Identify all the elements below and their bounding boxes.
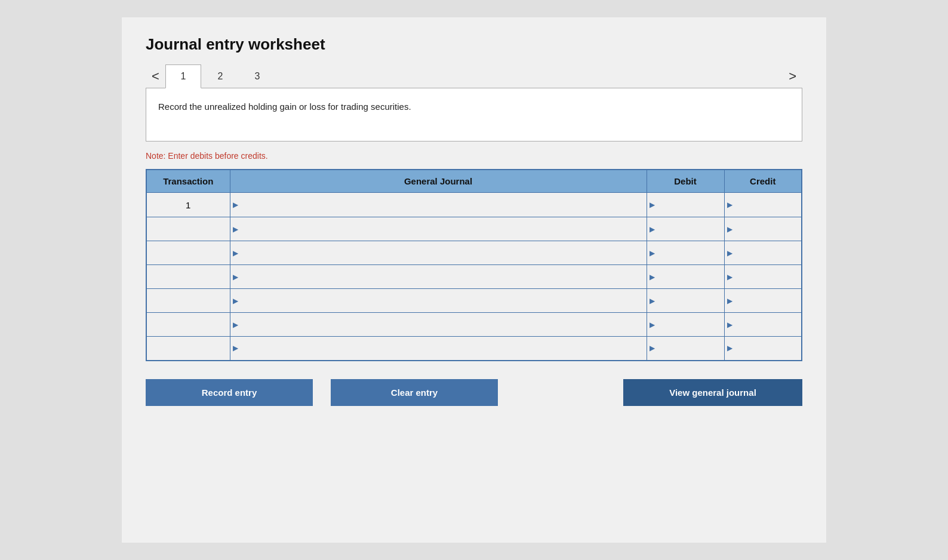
credit-cell[interactable]: ▶	[724, 289, 802, 313]
table-row: 1▶▶▶	[146, 193, 802, 217]
credit-cell[interactable]: ▶	[724, 193, 802, 217]
general-journal-cell[interactable]: ▶	[230, 265, 647, 289]
debit-cell[interactable]: ▶	[647, 193, 724, 217]
debit-input[interactable]	[647, 337, 724, 360]
credit-input[interactable]	[725, 337, 802, 360]
credit-input[interactable]	[725, 289, 802, 312]
debit-input[interactable]	[647, 289, 724, 312]
debit-cell[interactable]: ▶	[647, 313, 724, 337]
buttons-row: Record entry Clear entry View general jo…	[146, 379, 802, 406]
header-transaction: Transaction	[146, 170, 230, 193]
transaction-cell	[146, 265, 230, 289]
transaction-cell: 1	[146, 193, 230, 217]
transaction-cell	[146, 313, 230, 337]
credit-input[interactable]	[725, 241, 802, 264]
debit-input[interactable]	[647, 193, 724, 217]
credit-input[interactable]	[725, 313, 802, 336]
debit-cell[interactable]: ▶	[647, 337, 724, 361]
clear-entry-button[interactable]: Clear entry	[331, 379, 498, 406]
description-text: Record the unrealized holding gain or lo…	[158, 101, 411, 112]
general-journal-cell[interactable]: ▶	[230, 193, 647, 217]
transaction-number: 1	[147, 193, 230, 217]
debit-input[interactable]	[647, 265, 724, 288]
general-journal-cell[interactable]: ▶	[230, 289, 647, 313]
general-journal-input[interactable]	[230, 265, 647, 288]
credit-cell[interactable]: ▶	[724, 217, 802, 241]
prev-arrow[interactable]: <	[146, 64, 165, 88]
general-journal-input[interactable]	[230, 241, 647, 264]
general-journal-input[interactable]	[230, 217, 647, 241]
description-box: Record the unrealized holding gain or lo…	[146, 88, 802, 141]
general-journal-input[interactable]	[230, 193, 647, 217]
credit-cell[interactable]: ▶	[724, 337, 802, 361]
debit-cell[interactable]: ▶	[647, 241, 724, 265]
header-general-journal: General Journal	[230, 170, 647, 193]
debit-cell[interactable]: ▶	[647, 265, 724, 289]
debit-input[interactable]	[647, 313, 724, 336]
table-header-row: Transaction General Journal Debit Credit	[146, 170, 802, 193]
tabs-navigation: < 1 2 3 >	[146, 64, 802, 88]
debit-cell[interactable]: ▶	[647, 289, 724, 313]
general-journal-input[interactable]	[230, 313, 647, 336]
general-journal-cell[interactable]: ▶	[230, 217, 647, 241]
journal-table: Transaction General Journal Debit Credit…	[146, 169, 802, 361]
worksheet-container: Journal entry worksheet < 1 2 3 > Record…	[122, 17, 826, 543]
view-general-journal-button[interactable]: View general journal	[623, 379, 802, 406]
transaction-cell	[146, 217, 230, 241]
tab-3[interactable]: 3	[239, 64, 275, 88]
tab-2[interactable]: 2	[202, 64, 238, 88]
transaction-cell	[146, 289, 230, 313]
table-row: ▶▶▶	[146, 265, 802, 289]
tab-1[interactable]: 1	[165, 64, 201, 88]
credit-cell[interactable]: ▶	[724, 313, 802, 337]
credit-cell[interactable]: ▶	[724, 265, 802, 289]
credit-input[interactable]	[725, 265, 802, 288]
credit-input[interactable]	[725, 217, 802, 241]
page-title: Journal entry worksheet	[146, 35, 802, 54]
table-row: ▶▶▶	[146, 241, 802, 265]
table-row: ▶▶▶	[146, 289, 802, 313]
table-row: ▶▶▶	[146, 217, 802, 241]
general-journal-cell[interactable]: ▶	[230, 313, 647, 337]
credit-input[interactable]	[725, 193, 802, 217]
debit-input[interactable]	[647, 241, 724, 264]
debit-input[interactable]	[647, 217, 724, 241]
record-entry-button[interactable]: Record entry	[146, 379, 313, 406]
debit-cell[interactable]: ▶	[647, 217, 724, 241]
note-text: Note: Enter debits before credits.	[146, 151, 802, 161]
transaction-cell	[146, 337, 230, 361]
header-debit: Debit	[647, 170, 724, 193]
transaction-cell	[146, 241, 230, 265]
table-row: ▶▶▶	[146, 313, 802, 337]
general-journal-input[interactable]	[230, 289, 647, 312]
header-credit: Credit	[724, 170, 802, 193]
general-journal-input[interactable]	[230, 337, 647, 360]
table-row: ▶▶▶	[146, 337, 802, 361]
next-arrow[interactable]: >	[783, 64, 802, 88]
credit-cell[interactable]: ▶	[724, 241, 802, 265]
general-journal-cell[interactable]: ▶	[230, 337, 647, 361]
general-journal-cell[interactable]: ▶	[230, 241, 647, 265]
